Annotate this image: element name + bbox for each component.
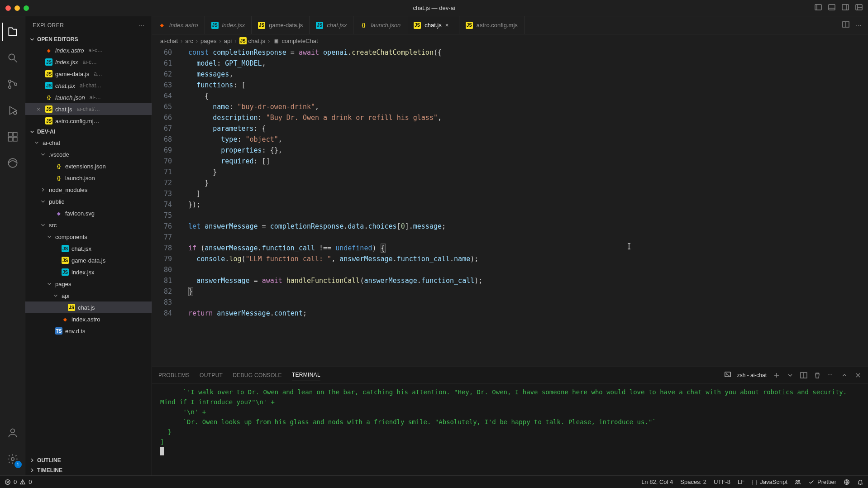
search-activity[interactable] [2, 47, 24, 69]
tree-label: pages [55, 281, 71, 287]
file-item[interactable]: JSchat.js [25, 301, 152, 313]
kill-terminal-icon[interactable] [814, 372, 821, 379]
folder-item[interactable]: pages [25, 278, 152, 290]
close-panel-icon[interactable] [854, 372, 862, 379]
customize-layout-icon[interactable] [855, 4, 863, 12]
editor-more-icon[interactable]: ⋯ [856, 22, 862, 29]
toggle-panel-right-icon[interactable] [842, 4, 849, 12]
file-item[interactable]: ◆favicon.svg [25, 207, 152, 219]
file-item[interactable]: JSindex.jsx [25, 266, 152, 278]
code-editor[interactable]: 6061626364656667686970717273747576777879… [152, 47, 868, 367]
open-editor-item[interactable]: JSindex.jsxai-c… [25, 56, 152, 68]
close-tab-icon[interactable]: × [445, 22, 453, 29]
sidebar-more-icon[interactable]: ⋯ [139, 22, 145, 29]
breadcrumb-item[interactable]: api [224, 38, 232, 44]
accounts-icon[interactable] [2, 422, 24, 444]
breadcrumbs[interactable]: ai-chat›src›pages›api›JSchat.js›▣complet… [152, 34, 868, 47]
file-item[interactable]: JSchat.jsx [25, 243, 152, 254]
open-editor-item[interactable]: ×JSchat.jsai-chat/… [25, 103, 152, 115]
symbol-file-icon: ▣ [272, 37, 280, 44]
code-content[interactable]: const completionResponse = await openai.… [180, 47, 868, 367]
window-title: chat.js — dev-ai [413, 5, 455, 11]
panel-tab-problems[interactable]: PROBLEMS [158, 369, 190, 381]
close-window-button[interactable] [5, 5, 11, 11]
explorer-activity[interactable] [2, 21, 24, 43]
breadcrumb-item[interactable]: pages [200, 38, 216, 44]
outline-header[interactable]: OUTLINE [25, 455, 152, 465]
tab-label: game-data.js [269, 22, 303, 29]
editor-tab[interactable]: JSchat.jsx [310, 16, 353, 34]
panel-tab-output[interactable]: OUTPUT [200, 369, 223, 381]
folder-item[interactable]: api [25, 290, 152, 301]
status-indentation[interactable]: Spaces: 2 [680, 478, 706, 485]
project-header[interactable]: DEV-AI [25, 127, 152, 137]
editor-tab[interactable]: JSchat.js× [407, 16, 459, 34]
status-language[interactable]: { } JavaScript [752, 478, 787, 485]
tree-label: launch.json [65, 175, 95, 182]
terminal-dropdown-icon[interactable] [787, 372, 794, 379]
status-bar: 0 0 Ln 82, Col 4 Spaces: 2 UTF-8 LF { } … [0, 475, 868, 488]
source-control-activity[interactable] [2, 73, 24, 95]
svg-point-13 [14, 83, 16, 85]
open-editors-header[interactable]: OPEN EDITORS [25, 34, 152, 44]
tree-label: chat.js [78, 304, 95, 311]
file-item[interactable]: ◈index.astro [25, 313, 152, 325]
extensions-activity[interactable] [2, 126, 24, 148]
file-item[interactable]: TSenv.d.ts [25, 325, 152, 337]
status-encoding[interactable]: UTF-8 [714, 478, 730, 485]
editor-tab[interactable]: JSastro.config.mjs [459, 16, 525, 34]
editor-tab[interactable]: {}launch.json [353, 16, 407, 34]
editor-tab[interactable]: JSgame-data.js [252, 16, 310, 34]
panel-more-icon[interactable]: ⋯ [827, 372, 835, 379]
file-item[interactable]: {}extensions.json [25, 160, 152, 172]
toggle-panel-left-icon[interactable] [815, 4, 822, 12]
file-item[interactable]: {}launch.json [25, 172, 152, 184]
split-editor-icon[interactable] [842, 21, 849, 29]
status-prettier[interactable]: Prettier [808, 478, 836, 485]
chevron-down-icon [40, 151, 46, 158]
maximize-window-button[interactable] [24, 5, 29, 11]
editor-tab[interactable]: JSindex.jsx [205, 16, 252, 34]
terminal-output[interactable]: `'I walk over to Dr. Owen and lean on th… [152, 383, 868, 475]
timeline-header[interactable]: TIMELINE [25, 465, 152, 475]
status-bell-icon[interactable] [857, 479, 863, 485]
folder-item[interactable]: public [25, 196, 152, 207]
new-terminal-icon[interactable] [773, 372, 780, 379]
status-live-share-icon[interactable] [795, 479, 801, 485]
open-editor-item[interactable]: JSgame-data.jsa… [25, 68, 152, 80]
open-editor-item[interactable]: ◈index.astroai-c… [25, 44, 152, 56]
folder-item[interactable]: components [25, 231, 152, 243]
terminal-shell-label[interactable]: zsh - ai-chat [737, 372, 767, 378]
status-feedback-icon[interactable] [844, 479, 850, 485]
folder-item[interactable]: src [25, 219, 152, 231]
close-editor-icon[interactable]: × [34, 106, 43, 113]
breadcrumb-item[interactable]: JSchat.js [239, 37, 266, 44]
panel-tab-debug-console[interactable]: DEBUG CONSOLE [233, 369, 282, 381]
status-eol[interactable]: LF [738, 478, 744, 485]
status-errors[interactable]: 0 0 [5, 478, 32, 485]
status-cursor-position[interactable]: Ln 82, Col 4 [641, 478, 673, 485]
run-debug-activity[interactable] [2, 100, 24, 121]
breadcrumb-item[interactable]: src [185, 38, 193, 44]
maximize-panel-icon[interactable] [841, 372, 848, 379]
svg-point-14 [14, 111, 16, 115]
terminal-profile-icon[interactable] [725, 371, 731, 379]
minimize-window-button[interactable] [14, 5, 20, 11]
file-item[interactable]: JSgame-data.js [25, 254, 152, 266]
svg-rect-2 [829, 5, 835, 10]
open-editor-item[interactable]: JSastro.config.mj… [25, 115, 152, 127]
folder-item[interactable]: .vscode [25, 148, 152, 160]
edge-tools-activity[interactable] [2, 152, 24, 174]
split-terminal-icon[interactable] [800, 372, 807, 379]
panel-tab-terminal[interactable]: TERMINAL [292, 369, 320, 381]
settings-gear-icon[interactable]: 1 [2, 448, 24, 470]
breadcrumb-item[interactable]: ▣completeChat [272, 37, 318, 44]
folder-item[interactable]: ai-chat [25, 137, 152, 148]
open-editor-item[interactable]: {}launch.jsonai-… [25, 91, 152, 103]
breadcrumb-item[interactable]: ai-chat [160, 38, 178, 44]
folder-item[interactable]: node_modules [25, 184, 152, 196]
toggle-panel-bottom-icon[interactable] [828, 4, 835, 12]
editor-tab[interactable]: ◈index.astro [152, 16, 205, 34]
open-editor-item[interactable]: JSchat.jsxai-chat… [25, 80, 152, 91]
tree-label: index.astro [72, 316, 100, 323]
